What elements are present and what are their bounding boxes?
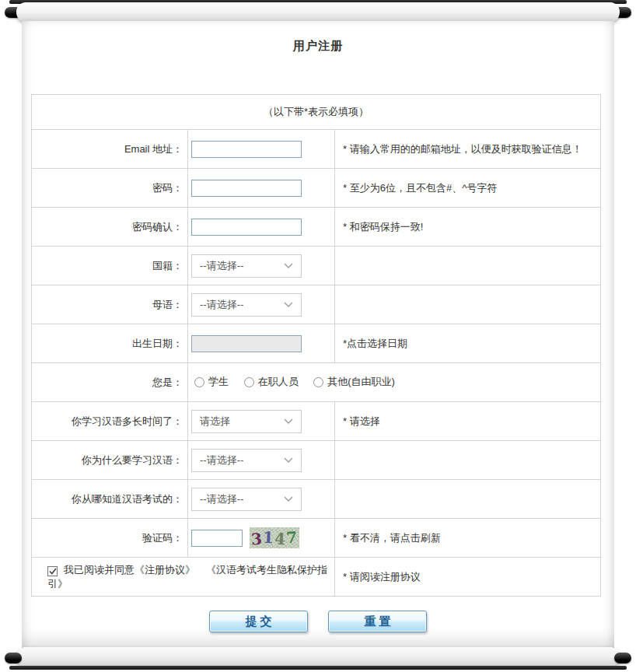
nationality-label: 国籍： — [32, 247, 188, 285]
chevron-down-icon — [284, 457, 293, 463]
captcha-digit: 1 — [262, 529, 274, 545]
registration-table: （以下带*表示必填项） Email 地址： * 请输入常用的的邮箱地址，以便及时… — [31, 94, 601, 597]
agreement-checkbox[interactable] — [47, 566, 58, 576]
table-row-heard-from: 你从哪知道汉语考试的： --请选择-- — [32, 480, 601, 519]
native-language-label: 母语： — [32, 285, 188, 324]
table-row-occupation: 您是： 学生 在职人员 其他(自由职业) — [32, 363, 601, 402]
study-reason-label: 你为什么要学习汉语： — [32, 441, 188, 480]
chevron-down-icon — [284, 496, 293, 502]
table-row-captcha: 验证码： 3 1 4 7 * 看不清，请点击刷新 — [32, 519, 601, 558]
submit-button[interactable]: 提 交 — [209, 611, 308, 632]
table-row-password: 密码： * 至少为6位，且不包含#、^号字符 — [32, 169, 601, 208]
table-row-study-reason: 你为什么要学习汉语： --请选择-- — [32, 441, 601, 480]
captcha-hint: * 看不清，请点击刷新 — [335, 519, 601, 558]
password-confirm-hint: * 和密码保持一致! — [335, 208, 601, 247]
captcha-digit: 7 — [285, 529, 298, 545]
checkmark-icon — [49, 568, 57, 575]
native-language-select[interactable]: --请选择-- — [191, 293, 302, 317]
email-input[interactable] — [191, 141, 302, 158]
required-note: （以下带*表示必填项） — [32, 95, 601, 130]
table-row-birth-date: 出生日期： *点击选择日期 — [32, 324, 601, 363]
scroll-roller-bottom — [16, 647, 620, 667]
occupation-option-label: 在职人员 — [258, 375, 299, 389]
chevron-down-icon — [284, 302, 293, 307]
password-hint: * 至少为6位，且不包含#、^号字符 — [335, 169, 601, 208]
chevron-down-icon — [284, 418, 293, 424]
study-duration-select[interactable]: 请选择 — [191, 410, 302, 433]
birth-date-input[interactable] — [191, 335, 302, 352]
password-input[interactable] — [191, 180, 302, 197]
table-row-native-language: 母语： --请选择-- — [32, 285, 601, 324]
registration-page: 用户注册 （以下带*表示必填项） Email 地址： * 请输入常用的的邮箱地址… — [0, 0, 636, 672]
birth-date-hint: *点击选择日期 — [335, 324, 601, 363]
table-row-email: Email 地址： * 请输入常用的的邮箱地址，以便及时获取验证信息！ — [32, 130, 601, 169]
table-row-password-confirm: 密码确认： * 和密码保持一致! — [32, 208, 601, 247]
study-reason-hint — [335, 441, 601, 480]
page-title: 用户注册 — [22, 39, 614, 54]
captcha-digit: 4 — [274, 530, 286, 547]
occupation-option-label: 其他(自由职业) — [327, 375, 395, 389]
registration-agreement-link[interactable]: 《注册协议》 — [135, 564, 195, 576]
reset-button[interactable]: 重 置 — [328, 611, 427, 632]
heard-from-select[interactable]: --请选择-- — [191, 488, 302, 511]
captcha-digit: 3 — [250, 530, 263, 547]
scroll-cap-bottom-left — [5, 653, 22, 663]
occupation-radio-other[interactable]: 其他(自由职业) — [313, 375, 395, 389]
radio-circle-icon — [313, 377, 323, 387]
study-duration-label: 你学习汉语多长时间了： — [32, 402, 188, 441]
radio-circle-icon — [194, 377, 204, 387]
password-confirm-label: 密码确认： — [32, 208, 188, 247]
chevron-down-icon — [284, 263, 293, 268]
captcha-image[interactable]: 3 1 4 7 — [250, 527, 299, 548]
table-row-nationality: 国籍： --请选择-- — [32, 247, 601, 285]
scroll-rod-bottom — [9, 666, 627, 670]
heard-from-hint — [335, 480, 601, 519]
scroll-roller-top — [16, 2, 620, 22]
occupation-radio-student[interactable]: 学生 — [194, 375, 229, 389]
agreement-hint: * 请阅读注册协议 — [335, 558, 601, 597]
occupation-option-label: 学生 — [208, 375, 229, 389]
study-reason-select-value: --请选择-- — [200, 453, 243, 467]
email-hint: * 请输入常用的的邮箱地址，以便及时获取验证信息！ — [335, 130, 601, 169]
native-language-hint — [335, 285, 601, 324]
nationality-select-value: --请选择-- — [200, 259, 243, 273]
occupation-radio-employed[interactable]: 在职人员 — [244, 375, 299, 389]
scroll-cap-bottom-right — [614, 653, 631, 663]
radio-circle-icon — [244, 377, 254, 387]
table-row-agreement: 我已阅读并同意《注册协议》《汉语考试考生隐私保护指引》 * 请阅读注册协议 — [32, 558, 601, 597]
study-duration-select-value: 请选择 — [200, 415, 230, 429]
captcha-label: 验证码： — [32, 519, 188, 558]
table-row-study-duration: 你学习汉语多长时间了： 请选择 * 请选择 — [32, 402, 601, 441]
nationality-hint — [335, 247, 601, 285]
heard-from-select-value: --请选择-- — [200, 492, 243, 506]
birth-date-label: 出生日期： — [32, 324, 188, 363]
study-duration-hint: * 请选择 — [335, 402, 601, 441]
heard-from-label: 你从哪知道汉语考试的： — [32, 480, 188, 519]
study-reason-select[interactable]: --请选择-- — [191, 449, 302, 472]
captcha-input[interactable] — [191, 530, 243, 547]
native-language-select-value: --请选择-- — [200, 298, 243, 312]
agreement-text: 我已阅读并同意 — [64, 564, 135, 576]
table-row-note: （以下带*表示必填项） — [32, 95, 601, 130]
nationality-select[interactable]: --请选择-- — [191, 254, 302, 278]
occupation-label: 您是： — [32, 363, 188, 402]
button-row: 提 交 重 置 — [22, 611, 614, 632]
email-label: Email 地址： — [32, 130, 188, 169]
form-sheet: 用户注册 （以下带*表示必填项） Email 地址： * 请输入常用的的邮箱地址… — [22, 21, 614, 648]
password-confirm-input[interactable] — [191, 219, 302, 236]
password-label: 密码： — [32, 169, 188, 208]
